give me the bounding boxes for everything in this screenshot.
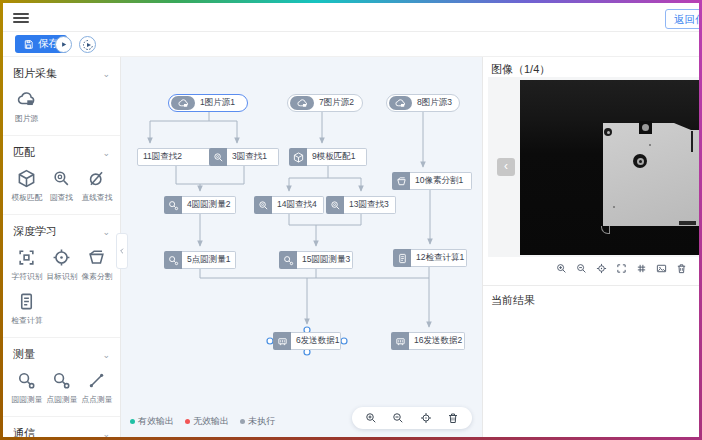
sidebar-collapse-handle[interactable] [116,233,128,269]
flow-node-circle-circle-measure-2[interactable]: 4圆圆测量2 [164,196,236,214]
sidebar-item-point-circle-measure[interactable]: 点圆测量 [44,371,79,406]
cloud-icon [389,96,412,110]
cloud-image-icon [17,90,36,109]
sidebar-item-circle-find[interactable]: 圆查找 [44,169,79,204]
image-panel-title: 图像（1/4） [491,62,550,77]
flow-node-image-source-2[interactable]: 7图片源2 [287,94,363,112]
flow-node-pixel-segment-1[interactable]: 10像素分割1 [392,172,472,190]
flow-node-image-source-3[interactable]: 8图片源3 [386,94,460,112]
doc-calc-icon [17,292,36,311]
back-to-lowcode-button[interactable]: 返回低代码 [665,9,702,29]
sidebar-item-target-recognition[interactable]: 目标识别 [44,248,79,283]
play-icon [58,39,69,50]
zoom-in-icon[interactable] [556,263,567,274]
section-header[interactable]: 图片采集⌄ [3,57,120,88]
doc-calc-icon [393,249,411,267]
sidebar-item-template-match[interactable]: 模板匹配 [9,169,44,204]
sidebar-item-ocr[interactable]: 字符识别 [9,248,44,283]
chevron-left-icon [118,247,126,255]
zoom-out-icon[interactable] [392,412,404,424]
device-icon [391,332,409,350]
chevron-down-icon: ⌄ [102,350,110,360]
circle-find-icon [209,148,227,166]
metal-plate [603,123,700,226]
sidebar-item-line-find[interactable]: 直线查找 [79,169,114,204]
zoom-out-icon[interactable] [576,263,587,274]
measure-icon [52,371,71,390]
section-image-capture: 图片采集⌄ 图片源 [3,57,120,136]
plate-hole [604,128,612,136]
section-deep-learning: 深度学习⌄ 字符识别 目标识别 像素分割 检查计算 [3,215,120,338]
segment-icon [87,248,106,267]
module-sidebar: 图片采集⌄ 图片源 匹配⌄ 模板匹配 圆查找 直线查找 深度学习⌄ 字符识别 目… [3,57,121,437]
image-viewer: ‹ [488,77,700,257]
flow-edges [121,57,482,437]
app-window: 返回低代码 保存 图片采集⌄ 图片源 匹配⌄ 模板匹配 圆查找 直线查找 深度学… [0,0,702,440]
flow-node-circle-find-4[interactable]: 14圆查找4 [254,196,324,214]
locate-icon[interactable] [420,412,432,424]
plate-dot [613,206,615,208]
flow-node-circle-find-2[interactable]: 11圆查找2 [137,148,215,166]
current-result-title: 当前结果 [491,293,535,308]
legend-invalid-output: 无效输出 [185,415,229,428]
section-header[interactable]: 匹配⌄ [3,136,120,167]
divider [483,285,699,286]
canvas-zoom-controls [352,407,472,429]
fullscreen-icon[interactable] [616,263,627,274]
compare-icon[interactable] [656,263,667,274]
run-continuous-button[interactable] [79,36,96,53]
plate-fiducial-square [639,121,652,134]
plate-center-ring [633,154,647,168]
chevron-down-icon: ⌄ [102,69,110,79]
flow-node-template-match-1[interactable]: 9模板匹配1 [289,148,367,166]
sidebar-item-check-calc[interactable]: 检查计算 [9,292,44,327]
preview-image[interactable] [520,80,700,255]
segment-icon [392,172,410,190]
circle-find-icon [254,196,272,214]
section-header[interactable]: 通信⌄ [3,417,120,437]
play-repeat-icon [82,39,94,51]
measure-icon [279,251,297,269]
legend-valid-output: 有效输出 [130,415,174,428]
sidebar-item-image-source[interactable]: 图片源 [9,90,44,125]
flow-node-send-data-1[interactable]: 6发送数据1 [273,332,341,350]
save-icon [23,39,34,50]
device-icon [273,332,291,350]
sidebar-item-pixel-segment[interactable]: 像素分割 [79,248,114,283]
ocr-icon [17,248,36,267]
menu-icon[interactable] [13,11,29,25]
trash-icon[interactable] [676,263,687,274]
section-header[interactable]: 测量⌄ [3,338,120,369]
cube-icon [17,169,36,188]
image-toolbar [556,263,687,274]
cloud-icon [290,96,314,110]
main-toolbar: 保存 [3,32,699,57]
locate-icon[interactable] [596,263,607,274]
trash-icon[interactable] [447,412,459,424]
section-title: 图片采集 [13,66,57,81]
flow-node-circle-find-1[interactable]: 3圆查找1 [209,148,279,166]
sidebar-item-point-point-measure[interactable]: 点点测量 [79,371,114,406]
plate-step-shadow [691,131,693,152]
flow-canvas[interactable]: 1图片源1 7图片源2 8图片源3 11圆查找2 3圆查找1 9模板匹配1 10… [121,57,482,437]
cube-icon [289,148,307,166]
circle-find-icon [326,196,344,214]
plate-slot [679,221,696,225]
flow-node-point-circle-measure-1[interactable]: 5点圆测量1 [164,251,236,269]
section-header[interactable]: 深度学习⌄ [3,215,120,246]
title-bar: 返回低代码 [3,3,699,32]
flow-node-check-calc-1[interactable]: 12检查计算1 [393,249,467,267]
prev-image-button[interactable]: ‹ [497,158,515,176]
measure-icon [17,371,36,390]
flow-node-circle-find-3[interactable]: 13圆查找3 [326,196,396,214]
sidebar-item-circle-circle-measure[interactable]: 圆圆测量 [9,371,44,406]
section-title: 深度学习 [13,224,57,239]
measure-icon [164,196,182,214]
grid-icon[interactable] [636,263,647,274]
run-once-button[interactable] [55,36,72,53]
zoom-in-icon[interactable] [365,412,377,424]
status-legend: 有效输出 无效输出 未执行 [130,415,275,428]
flow-node-image-source-1[interactable]: 1图片源1 [168,94,248,112]
flow-node-send-data-2[interactable]: 16发送数据2 [391,332,465,350]
flow-node-circle-circle-measure-3[interactable]: 15圆圆测量3 [279,251,353,269]
